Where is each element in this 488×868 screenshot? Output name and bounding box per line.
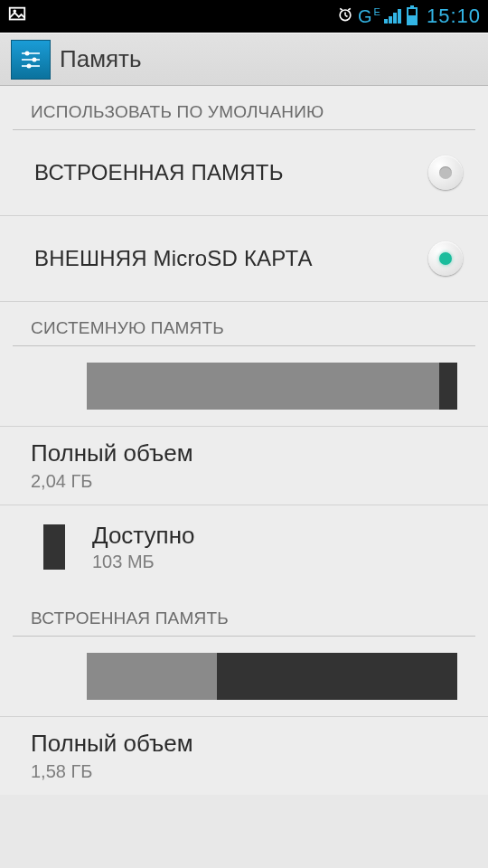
section-header-internal: ВСТРОЕННАЯ ПАМЯТЬ <box>0 589 488 636</box>
svg-line-6 <box>348 8 351 10</box>
section-header-system: СИСТЕМНУЮ ПАМЯТЬ <box>0 302 488 345</box>
bar-used <box>87 363 439 410</box>
radio-label: ВСТРОЕННАЯ ПАМЯТЬ <box>34 160 284 185</box>
bar-used <box>87 653 217 700</box>
svg-point-10 <box>25 51 30 55</box>
item-available-system[interactable]: Доступно 103 МБ <box>0 505 488 589</box>
item-title: Доступно <box>92 522 194 550</box>
svg-rect-0 <box>10 7 25 19</box>
item-value: 2,04 ГБ <box>31 471 457 492</box>
app-bar: Память <box>0 33 488 86</box>
radio-button[interactable] <box>428 156 463 190</box>
radio-row-internal[interactable]: ВСТРОЕННАЯ ПАМЯТЬ <box>0 130 488 216</box>
bar-free <box>439 363 458 410</box>
section-header-default: ИСПОЛЬЗОВАТЬ ПО УМОЛЧАНИЮ <box>0 86 488 129</box>
svg-point-11 <box>33 57 37 61</box>
internal-memory-bar <box>0 637 488 716</box>
battery-icon <box>407 7 418 25</box>
status-bar: G E 15:10 <box>0 0 488 33</box>
legend-swatch <box>43 524 65 570</box>
svg-point-12 <box>27 63 32 68</box>
item-value: 1,58 ГБ <box>31 761 457 782</box>
item-title: Полный объем <box>31 439 457 467</box>
item-total-system[interactable]: Полный объем 2,04 ГБ <box>0 426 488 505</box>
radio-label: ВНЕШНЯЯ MicroSD КАРТА <box>34 246 313 271</box>
svg-line-4 <box>345 14 348 16</box>
network-sub: E <box>374 6 380 17</box>
radio-button[interactable] <box>428 241 463 276</box>
bar-free <box>217 653 458 700</box>
svg-point-1 <box>14 10 15 12</box>
svg-line-5 <box>340 8 343 10</box>
radio-row-microsd[interactable]: ВНЕШНЯЯ MicroSD КАРТА <box>0 216 488 302</box>
content: ИСПОЛЬЗОВАТЬ ПО УМОЛЧАНИЮ ВСТРОЕННАЯ ПАМ… <box>0 86 488 795</box>
settings-storage-icon <box>11 40 51 80</box>
network-type: G <box>358 6 372 27</box>
system-memory-bar <box>0 346 488 426</box>
clock: 15:10 <box>427 5 481 28</box>
signal-icon <box>384 9 401 24</box>
item-title: Полный объем <box>31 730 457 758</box>
picture-icon <box>7 5 27 29</box>
item-value: 103 МБ <box>92 552 194 572</box>
alarm-icon <box>336 5 354 28</box>
item-total-internal[interactable]: Полный объем 1,58 ГБ <box>0 716 488 795</box>
page-title: Память <box>60 45 142 73</box>
